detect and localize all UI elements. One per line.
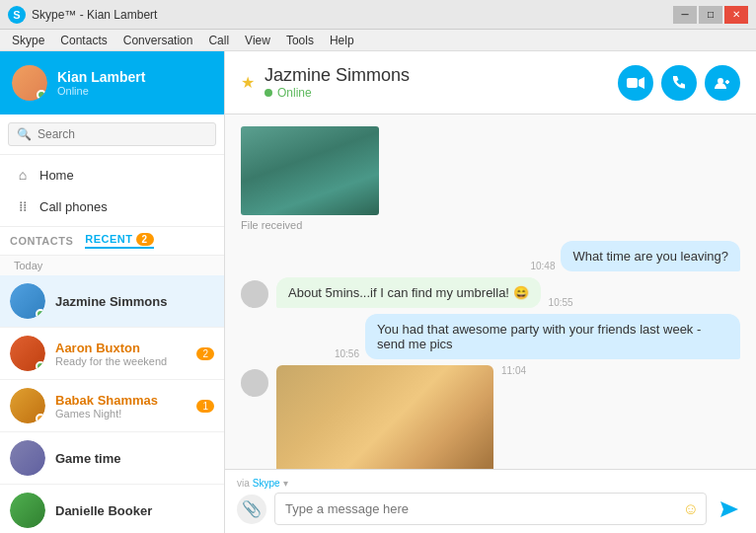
status-online-indicator (36, 361, 45, 371)
menubar: SkypeContactsConversationCallViewToolsHe… (0, 30, 756, 51)
contact-subtext-aaron: Ready for the weekend (55, 355, 187, 367)
emoji-button[interactable]: ☺ (683, 500, 699, 518)
contact-info-jazmine: Jazmine Simmons (55, 294, 214, 309)
skype-logo-icon: S (8, 6, 26, 24)
maximize-button[interactable]: □ (699, 6, 722, 24)
contact-avatar-aaron (10, 336, 45, 371)
home-icon: ⌂ (14, 166, 32, 184)
contact-item-babak[interactable]: Babak Shammas Games Night! 1 (0, 380, 224, 432)
chat-online-status: Online (265, 86, 410, 100)
messages-container: File received 10:48 What time are you le… (225, 114, 756, 469)
chat-online-dot (265, 89, 272, 97)
close-button[interactable]: ✕ (724, 6, 748, 24)
date-header: Today (0, 256, 224, 275)
file-received-label: File received (241, 219, 302, 231)
chat-contact-name: Jazmine Simmons (265, 65, 410, 86)
nav-home-label: Home (39, 168, 74, 183)
message-time-4: 11:04 (501, 365, 526, 376)
contact-info-game: Game time (55, 451, 214, 466)
contact-info-aaron: Aaron Buxton Ready for the weekend (55, 341, 187, 367)
message-out-3: 10:56 You had that awesome party with yo… (241, 314, 740, 359)
incoming-avatar-4 (241, 369, 268, 397)
chat-area: ★ Jazmine Simmons Online (225, 51, 756, 533)
star-icon: ★ (241, 73, 255, 92)
menu-item-tools[interactable]: Tools (278, 30, 322, 51)
contact-name-babak: Babak Shammas (55, 393, 187, 408)
contact-subtext-babak: Games Night! (55, 408, 187, 419)
menu-item-call[interactable]: Call (200, 30, 237, 51)
contact-avatar-danielle (10, 493, 45, 528)
phone-icon: ⁞⁞ (14, 197, 32, 215)
menu-item-help[interactable]: Help (322, 30, 362, 51)
svg-rect-0 (627, 78, 638, 88)
message-input[interactable] (274, 493, 707, 525)
message-time-3: 10:56 (335, 348, 359, 359)
contact-avatar-game (10, 440, 45, 476)
message-img-4: Files received SHOW IN FOLDER 11:04 (241, 365, 740, 469)
nav-items: ⌂ Home ⁞⁞ Call phones (0, 155, 224, 227)
sidebar: Kian Lambert Online 🔍 ⌂ Home ⁞⁞ Call pho… (0, 51, 225, 533)
nav-call-phones[interactable]: ⁞⁞ Call phones (0, 190, 224, 222)
nav-home[interactable]: ⌂ Home (0, 159, 224, 190)
status-online-indicator (36, 309, 45, 319)
search-bar: 🔍 (0, 114, 224, 155)
message-in-2: About 5mins...if I can find my umbrella!… (241, 277, 740, 308)
nav-call-label: Call phones (39, 199, 108, 214)
contact-item-game[interactable]: Game time (0, 432, 224, 485)
message-bubble-2: About 5mins...if I can find my umbrella!… (276, 277, 541, 308)
header-actions (618, 65, 740, 101)
contact-avatar-babak (10, 388, 45, 423)
contact-item-jazmine[interactable]: Jazmine Simmons (0, 275, 224, 328)
menu-item-contacts[interactable]: Contacts (52, 30, 114, 51)
message-out-1: 10:48 What time are you leaving? (241, 241, 740, 271)
add-contact-button[interactable] (705, 65, 740, 101)
tab-contacts[interactable]: CONTACTS (10, 235, 73, 247)
svg-marker-5 (720, 501, 738, 517)
contact-info-danielle: Danielle Booker (55, 503, 214, 518)
svg-marker-1 (639, 77, 644, 89)
contact-name-game: Game time (55, 451, 214, 466)
contact-item-danielle[interactable]: Danielle Booker (0, 485, 224, 533)
search-input[interactable] (38, 127, 207, 141)
received-image (241, 126, 379, 215)
menu-item-view[interactable]: View (237, 30, 278, 51)
contact-name-aaron: Aaron Buxton (55, 341, 187, 355)
profile-name: Kian Lambert (57, 69, 145, 85)
contacts-tabs: CONTACTS RECENT2 (0, 227, 224, 256)
unread-badge-aaron: 2 (196, 347, 214, 360)
window-title: Skype™ - Kian Lambert (32, 8, 157, 22)
input-row: 📎 ☺ (237, 493, 744, 525)
recent-badge: 2 (136, 233, 154, 246)
incoming-avatar-2 (241, 280, 268, 308)
message-bubble-3: You had that awesome party with your fri… (365, 314, 740, 359)
img-msg-content: Files received SHOW IN FOLDER (276, 365, 493, 469)
contact-name-danielle: Danielle Booker (55, 503, 214, 518)
input-area: via Skype ▾ 📎 ☺ (225, 469, 756, 533)
profile-area[interactable]: Kian Lambert Online (0, 51, 224, 114)
contact-info-babak: Babak Shammas Games Night! (55, 393, 187, 419)
search-icon: 🔍 (17, 127, 32, 141)
attach-button[interactable]: 📎 (237, 495, 266, 524)
message-time-1: 10:48 (530, 261, 555, 271)
skype-link[interactable]: Skype (253, 478, 280, 489)
video-call-button[interactable] (618, 65, 653, 101)
minimize-button[interactable]: ─ (673, 6, 697, 24)
message-time-2: 10:55 (549, 297, 573, 308)
send-button[interactable] (715, 495, 744, 524)
contact-name-jazmine: Jazmine Simmons (55, 294, 214, 309)
message-bubble-1: What time are you leaving? (561, 241, 740, 271)
received-image-inner (241, 126, 379, 215)
via-skype-label: via Skype ▾ (237, 478, 744, 489)
menu-item-conversation[interactable]: Conversation (115, 30, 201, 51)
online-indicator (37, 90, 46, 100)
contact-item-aaron[interactable]: Aaron Buxton Ready for the weekend 2 (0, 328, 224, 380)
voice-call-button[interactable] (661, 65, 697, 101)
dropdown-arrow-icon: ▾ (283, 478, 288, 489)
contact-list: Today Jazmine Simmons Aaron Buxton (0, 256, 224, 533)
tab-recent[interactable]: RECENT2 (85, 233, 153, 249)
chat-header: ★ Jazmine Simmons Online (225, 51, 756, 114)
received-photo-inner (276, 365, 493, 469)
profile-status: Online (57, 85, 145, 97)
menu-item-skype[interactable]: Skype (4, 30, 52, 51)
avatar (12, 65, 47, 101)
